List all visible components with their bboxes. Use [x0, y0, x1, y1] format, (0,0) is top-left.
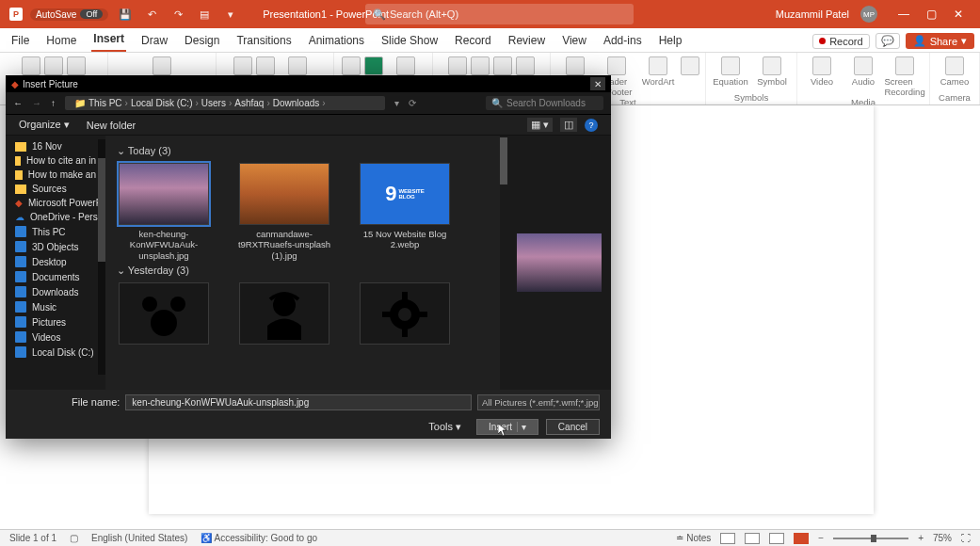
table-icon[interactable]	[44, 56, 63, 75]
tab-insert[interactable]: Insert	[91, 28, 126, 52]
accessibility-icon[interactable]: ♿ Accessibility: Good to go	[201, 533, 317, 543]
breadcrumb-segment[interactable]: Local Disk (C:)	[131, 98, 193, 108]
wordart-button[interactable]: WordArt	[639, 56, 677, 87]
sidebar-item[interactable]: Documents	[6, 269, 105, 284]
file-thumb[interactable]: ken-cheung-KonWFWUaAuk-unsplash.jpg	[117, 163, 211, 261]
tab-record[interactable]: Record	[453, 30, 493, 52]
comment-icon[interactable]	[516, 56, 535, 75]
help-icon[interactable]: ?	[585, 119, 598, 132]
new-slide-icon[interactable]	[22, 56, 40, 75]
new-folder-button[interactable]: New folder	[87, 120, 137, 131]
view-mode-icon[interactable]: ▦ ▾	[527, 118, 553, 132]
breadcrumb-segment[interactable]: Ashfaq	[234, 98, 264, 108]
back-icon[interactable]: ←	[13, 98, 23, 108]
zoom-out-icon[interactable]: −	[818, 533, 824, 543]
dialog-close-icon[interactable]: ✕	[590, 77, 605, 90]
avatar[interactable]: MP	[860, 6, 877, 23]
link-icon[interactable]	[471, 56, 490, 75]
audio-button[interactable]: Audio	[844, 56, 882, 87]
tab-design[interactable]: Design	[183, 30, 221, 52]
tab-draw[interactable]: Draw	[139, 30, 169, 52]
record-button[interactable]: Record	[812, 34, 869, 49]
shapes-icon[interactable]	[233, 56, 252, 75]
dialog-search-input[interactable]: 🔍 Search Downloads	[486, 96, 603, 110]
up-icon[interactable]: ↑	[51, 98, 56, 108]
zoom-icon[interactable]	[448, 56, 467, 75]
sidebar-scrollbar[interactable]	[98, 139, 105, 375]
sidebar-item[interactable]: Local Disk (C:)	[6, 345, 105, 360]
tab-review[interactable]: Review	[506, 30, 547, 52]
sidebar-item[interactable]: ☁OneDrive - Person	[6, 210, 105, 224]
zoom-in-icon[interactable]: +	[918, 533, 924, 543]
insert-button[interactable]: Insert ▾	[476, 419, 538, 435]
filelist-scrollbar[interactable]	[500, 136, 507, 390]
chart-icon[interactable]	[342, 56, 361, 75]
save-icon[interactable]: 💾	[116, 5, 135, 24]
close-icon[interactable]: ✕	[954, 8, 963, 21]
file-thumb[interactable]: canmandawe-t9RXTRuaefs-unsplash (1).jpg	[237, 163, 331, 261]
insert-dropdown-icon[interactable]: ▾	[517, 422, 526, 432]
sidebar-item[interactable]: Videos	[6, 329, 105, 345]
breadcrumb-segment[interactable]: Downloads	[273, 98, 319, 108]
sidebar-item[interactable]: Desktop	[6, 254, 105, 269]
pictures-icon[interactable]	[67, 56, 86, 75]
file-group-header[interactable]: ⌄ Today (3)	[117, 145, 496, 157]
qat-dropdown-icon[interactable]: ▾	[221, 5, 240, 24]
book-icon[interactable]: ▢	[70, 533, 78, 543]
file-thumb[interactable]: 9WEBSITEBLOG15 Nov Website Blog 2.webp	[358, 163, 452, 261]
refresh2-icon[interactable]: ⟳	[409, 98, 416, 108]
refresh-icon[interactable]: ▾	[394, 98, 399, 108]
sidebar-item[interactable]: How to cite an in	[6, 153, 105, 168]
zoom-slider[interactable]	[833, 538, 908, 539]
symbol-button[interactable]: Symbol	[753, 56, 791, 87]
tab-animations[interactable]: Animations	[307, 30, 366, 52]
file-thumb[interactable]	[358, 282, 452, 345]
file-group-header[interactable]: ⌄ Yesterday (3)	[117, 265, 496, 277]
tab-slide-show[interactable]: Slide Show	[379, 30, 440, 52]
address-bar[interactable]: 📁 This PC›Local Disk (C:)›Users›Ashfaq›D…	[65, 96, 385, 110]
maximize-icon[interactable]: ▢	[926, 8, 937, 21]
sidebar-item[interactable]: Sources	[6, 182, 105, 196]
action-icon[interactable]	[493, 56, 512, 75]
breadcrumb-segment[interactable]: Users	[201, 98, 226, 108]
language-indicator[interactable]: English (United States)	[91, 533, 187, 543]
video-button[interactable]: Video	[803, 56, 841, 87]
share-button[interactable]: 👤Share▾	[906, 33, 974, 49]
organize-button[interactable]: Organize ▾	[19, 119, 70, 131]
notes-button[interactable]: ≐ Notes	[676, 533, 711, 543]
icons-icon[interactable]	[256, 56, 275, 75]
autosave-toggle[interactable]: AutoSave Off	[30, 8, 108, 21]
cameo-button[interactable]: Cameo	[936, 56, 973, 87]
sidebar-item[interactable]: How to make an	[6, 168, 105, 182]
tab-transitions[interactable]: Transitions	[234, 30, 293, 52]
user-name[interactable]: Muzammil Patel	[776, 8, 849, 20]
tab-add-ins[interactable]: Add-ins	[602, 30, 644, 52]
tab-home[interactable]: Home	[44, 30, 78, 52]
slideshow-icon[interactable]: ▤	[195, 5, 214, 24]
sidebar-item[interactable]: Downloads	[6, 284, 105, 299]
forward-icon[interactable]: →	[32, 98, 41, 108]
sorter-view-icon[interactable]	[745, 533, 760, 544]
reading-view-icon[interactable]	[769, 533, 784, 544]
sidebar-item[interactable]: 3D Objects	[6, 239, 105, 254]
file-thumb[interactable]	[117, 282, 211, 345]
forms-icon[interactable]	[364, 56, 383, 75]
sidebar-item[interactable]: 16 Nov	[6, 139, 105, 153]
screenrec-button[interactable]: Screen Recording	[886, 56, 924, 97]
cancel-button[interactable]: Cancel	[546, 419, 600, 435]
tab-file[interactable]: File	[9, 30, 31, 52]
equation-button[interactable]: Equation	[712, 56, 749, 87]
tools-dropdown[interactable]: Tools ▾	[428, 421, 461, 433]
redo-icon[interactable]: ↷	[169, 5, 187, 24]
sidebar-item[interactable]: Music	[6, 299, 105, 314]
file-thumb[interactable]	[237, 282, 331, 345]
preview-pane-icon[interactable]: ◫	[560, 118, 577, 132]
file-filter-select[interactable]: All Pictures (*.emf;*.wmf;*.jpg;* ▾	[477, 394, 600, 410]
undo-icon[interactable]: ↶	[142, 5, 161, 24]
tab-help[interactable]: Help	[657, 30, 684, 52]
normal-view-icon[interactable]	[720, 533, 735, 544]
breadcrumb-segment[interactable]: This PC	[88, 98, 122, 108]
sidebar-item[interactable]: ◆Microsoft PowerP	[6, 196, 105, 210]
search-input[interactable]: 🔍 Search (Alt+Q)	[365, 4, 634, 24]
file-name-input[interactable]	[125, 394, 472, 410]
